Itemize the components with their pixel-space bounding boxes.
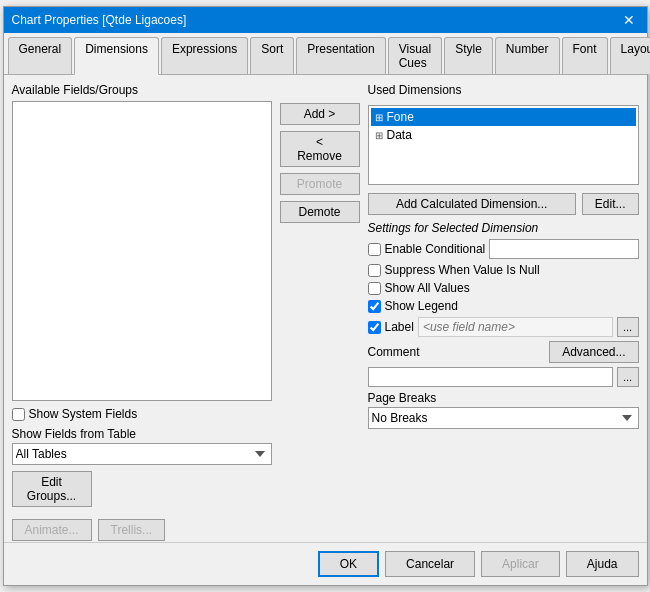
show-fields-label: Show Fields from Table [12, 427, 272, 441]
page-breaks-section: Page Breaks No Breaks [368, 391, 639, 429]
tab-dimensions[interactable]: Dimensions [74, 37, 159, 75]
settings-section: Settings for Selected Dimension Enable C… [368, 221, 639, 429]
suppress-null-checkbox[interactable] [368, 264, 381, 277]
label-checkbox[interactable] [368, 321, 381, 334]
comment-browse-button[interactable]: ... [617, 367, 639, 387]
tab-general[interactable]: General [8, 37, 73, 74]
tab-visual-cues[interactable]: Visual Cues [388, 37, 442, 74]
show-system-fields-row: Show System Fields [12, 407, 272, 421]
label-input[interactable] [418, 317, 613, 337]
dimension-label-data: Data [387, 128, 412, 142]
table-select[interactable]: All Tables [12, 443, 272, 465]
advanced-row: Comment Advanced... [368, 341, 639, 363]
show-all-values-row: Show All Values [368, 281, 639, 295]
title-bar: Chart Properties [Qtde Ligacoes] ✕ [4, 7, 647, 33]
tab-number[interactable]: Number [495, 37, 560, 74]
suppress-null-label: Suppress When Value Is Null [385, 263, 540, 277]
show-all-values-checkbox[interactable] [368, 282, 381, 295]
enable-conditional-row: Enable Conditional [368, 239, 639, 259]
show-legend-label: Show Legend [385, 299, 458, 313]
animate-button[interactable]: Animate... [12, 519, 92, 541]
show-legend-row: Show Legend [368, 299, 639, 313]
demote-button[interactable]: Demote [280, 201, 360, 223]
available-fields-list[interactable] [12, 101, 272, 401]
conditional-input[interactable] [489, 239, 638, 259]
page-breaks-label: Page Breaks [368, 391, 639, 405]
footer: OK Cancelar Aplicar Ajuda [4, 542, 647, 585]
promote-button[interactable]: Promote [280, 173, 360, 195]
apply-button[interactable]: Aplicar [481, 551, 560, 577]
tab-sort[interactable]: Sort [250, 37, 294, 74]
expand-icon-fone: ⊞ [375, 112, 383, 123]
main-window: Chart Properties [Qtde Ligacoes] ✕ Gener… [3, 6, 648, 586]
show-system-fields-checkbox[interactable] [12, 408, 25, 421]
dimension-label-fone: Fone [387, 110, 414, 124]
ok-button[interactable]: OK [318, 551, 379, 577]
page-breaks-select[interactable]: No Breaks [368, 407, 639, 429]
tab-font[interactable]: Font [562, 37, 608, 74]
dimension-item-data[interactable]: ⊞ Data [371, 126, 636, 144]
expand-icon-data: ⊞ [375, 130, 383, 141]
dimension-item-fone[interactable]: ⊞ Fone [371, 108, 636, 126]
settings-label: Settings for Selected Dimension [368, 221, 639, 235]
comment-input[interactable] [368, 367, 613, 387]
show-system-fields-label: Show System Fields [29, 407, 138, 421]
tab-expressions[interactable]: Expressions [161, 37, 248, 74]
enable-conditional-label: Enable Conditional [385, 242, 486, 256]
middle-panel: Add > < Remove Promote Demote [280, 83, 360, 534]
fields-label: Available Fields/Groups [12, 83, 272, 97]
edit-groups-button[interactable]: Edit Groups... [12, 471, 92, 507]
suppress-null-row: Suppress When Value Is Null [368, 263, 639, 277]
action-buttons: Add Calculated Dimension... Edit... [368, 193, 639, 215]
label-browse-button[interactable]: ... [617, 317, 639, 337]
add-calculated-button[interactable]: Add Calculated Dimension... [368, 193, 576, 215]
used-dimensions-label: Used Dimensions [368, 83, 639, 97]
window-title: Chart Properties [Qtde Ligacoes] [12, 13, 187, 27]
used-dimensions-list[interactable]: ⊞ Fone ⊞ Data [368, 105, 639, 185]
trellis-button[interactable]: Trellis... [98, 519, 166, 541]
bottom-buttons: Animate... Trellis... [12, 519, 272, 541]
tab-style[interactable]: Style [444, 37, 493, 74]
comment-input-row: ... [368, 367, 639, 387]
close-button[interactable]: ✕ [619, 12, 639, 28]
cancel-button[interactable]: Cancelar [385, 551, 475, 577]
comment-label: Comment [368, 345, 420, 359]
tab-layout[interactable]: Layout [610, 37, 650, 74]
add-button[interactable]: Add > [280, 103, 360, 125]
remove-button[interactable]: < Remove [280, 131, 360, 167]
label-checkbox-label: Label [385, 320, 414, 334]
tab-content: Available Fields/Groups Show System Fiel… [4, 75, 647, 542]
label-row: Label ... [368, 317, 639, 337]
tab-presentation[interactable]: Presentation [296, 37, 385, 74]
show-legend-checkbox[interactable] [368, 300, 381, 313]
help-button[interactable]: Ajuda [566, 551, 639, 577]
right-panel: Used Dimensions ⊞ Fone ⊞ Data Add Calcul… [368, 83, 639, 534]
edit-button[interactable]: Edit... [582, 193, 639, 215]
tab-bar: General Dimensions Expressions Sort Pres… [4, 33, 647, 75]
show-fields-row: Show Fields from Table All Tables [12, 427, 272, 465]
advanced-button[interactable]: Advanced... [549, 341, 638, 363]
left-panel: Available Fields/Groups Show System Fiel… [12, 83, 272, 534]
enable-conditional-checkbox[interactable] [368, 243, 381, 256]
show-all-values-label: Show All Values [385, 281, 470, 295]
